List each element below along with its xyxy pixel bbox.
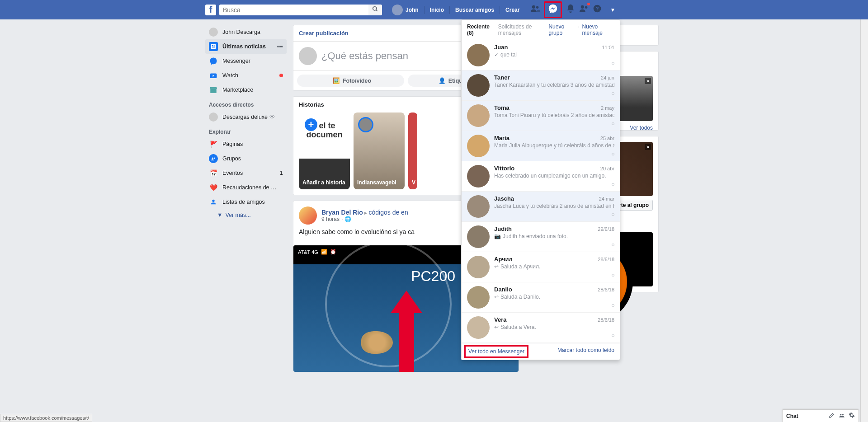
clock-icon: ⏰ — [330, 249, 336, 255]
conversation-name: Juan — [494, 44, 508, 51]
messenger-item[interactable]: Taner 24 jun Taner Karaarslan y tú celeb… — [462, 70, 620, 101]
post-avatar[interactable] — [299, 206, 317, 225]
messenger-item[interactable]: Vittorio 20 abr Has celebrado un cumplea… — [462, 161, 620, 192]
new-message-link[interactable]: Nuevo mensaje — [582, 23, 614, 36]
photo-icon: 🖼️ — [333, 77, 340, 84]
photo-icon: 📷 — [494, 233, 501, 239]
story-item-1[interactable]: Indiansavagebl — [354, 113, 405, 189]
story-author: V — [412, 179, 414, 186]
see-more-link[interactable]: ▼Ver más... — [205, 209, 287, 221]
browser-scrollbar[interactable]: ▲ — [860, 0, 868, 372]
sidebar-fundraisers[interactable]: ❤️ Recaudaciones de … — [205, 180, 287, 195]
find-friends-link[interactable]: Buscar amigos — [451, 7, 499, 13]
conversation-name: Taner — [494, 74, 509, 81]
messenger-item[interactable]: Judith 29/6/18 📷 Judith ha enviado una f… — [462, 222, 620, 252]
messenger-item[interactable]: Jascha 24 mar Jascha Luca y tú celebráis… — [462, 192, 620, 222]
create-link[interactable]: Crear — [501, 7, 524, 13]
facebook-logo[interactable]: f — [205, 5, 216, 15]
messenger-item[interactable]: Арчил 28/6/18 ↩ Saluda a Арчил. — [462, 252, 620, 282]
sidebar-messenger[interactable]: Messenger — [205, 54, 287, 68]
reply-icon: ↩ — [494, 294, 499, 300]
sidebar-groups[interactable]: Grupos — [205, 151, 287, 166]
messenger-dropdown: Reciente (8) Solicitudes de mensajes Nue… — [461, 19, 620, 360]
sidebar-newsfeed[interactable]: Últimas noticias ••• — [205, 39, 287, 54]
conversation-snippet: Jascha Luca y tú celebráis 2 años de ami… — [494, 203, 614, 209]
profile-link[interactable]: John — [387, 5, 423, 15]
signal-icon: 📶 — [321, 249, 327, 255]
newsfeed-options-icon[interactable]: ••• — [277, 43, 283, 50]
search-button[interactable] — [368, 5, 382, 15]
search-input[interactable] — [219, 5, 368, 15]
svg-text:?: ? — [596, 5, 599, 11]
help-icon[interactable]: ? — [593, 4, 602, 15]
conversation-snippet: ↩ Saluda a Арчил. — [494, 263, 614, 270]
groups-label: Grupos — [222, 155, 241, 162]
group-icon — [209, 113, 218, 122]
conversation-time: 28/6/18 — [598, 257, 614, 262]
composer-input[interactable]: ¿Qué estás pensan — [321, 50, 408, 62]
left-sidebar: John Descarga Últimas noticias ••• Messe… — [205, 19, 287, 372]
sidebar-events[interactable]: 📅 Eventos 1 — [205, 166, 287, 180]
shortcuts-header: Accesos directos — [205, 97, 287, 110]
conversation-avatar — [467, 104, 490, 127]
svg-point-0 — [373, 7, 377, 10]
sidebar-watch[interactable]: Watch — [205, 68, 287, 83]
see-all-messenger-link[interactable]: Ver todo en Messenger — [468, 348, 524, 355]
sidebar-profile[interactable]: John Descarga — [205, 25, 287, 39]
notifications-icon[interactable] — [566, 4, 576, 16]
messenger-item[interactable]: Vera 28/6/18 ↩ Saluda a Vera. — [462, 313, 620, 343]
home-link[interactable]: Inicio — [425, 7, 448, 13]
svg-rect-15 — [210, 89, 217, 93]
close-icon[interactable]: ✕ — [645, 144, 651, 150]
conversation-avatar — [467, 44, 490, 66]
conversation-time: 2 may — [601, 105, 614, 111]
account-dropdown-arrow[interactable]: ▼ — [610, 7, 615, 13]
events-icon: 📅 — [209, 169, 218, 178]
svg-line-1 — [376, 10, 377, 11]
sidebar-friend-lists[interactable]: Listas de amigos — [205, 195, 287, 209]
messenger-item[interactable]: Juan 11:01 ✓ que tal — [462, 40, 620, 70]
conversation-avatar — [467, 135, 490, 157]
pages-label: Páginas — [222, 141, 243, 147]
see-all-link[interactable]: Ver todos — [630, 125, 653, 131]
messenger-item[interactable]: Danilo 28/6/18 ↩ Saluda a Danilo. — [462, 282, 620, 313]
profile-name: John Descarga — [222, 29, 260, 35]
tag-icon: 👤 — [439, 77, 446, 84]
sidebar-marketplace[interactable]: Marketplace — [205, 83, 287, 97]
unread-indicator — [612, 153, 614, 155]
svg-point-17 — [214, 158, 215, 159]
conversation-time: 20 abr — [600, 166, 614, 171]
search-icon — [372, 6, 378, 12]
conversation-time: 24 mar — [599, 196, 614, 202]
conversation-avatar — [467, 195, 490, 218]
conversation-snippet: Toma Toni Piuaru y tú celebráis 2 años d… — [494, 112, 614, 118]
recent-tab[interactable]: Reciente (8) — [467, 23, 494, 36]
conversation-avatar — [467, 286, 490, 309]
conversation-snippet: ↩ Saluda a Vera. — [494, 324, 614, 330]
svg-rect-11 — [214, 46, 215, 47]
post-group[interactable]: códigos de en — [369, 209, 408, 216]
quick-help-icon[interactable] — [579, 4, 589, 16]
messenger-item[interactable]: Maria 25 abr Maria Julia Albuquerque y t… — [462, 131, 620, 161]
sidebar-shortcut-1[interactable]: Descargas deluxe 👁 — [205, 110, 287, 124]
friend-requests-icon[interactable] — [530, 4, 540, 16]
post-author[interactable]: Bryan Del Rio — [321, 209, 363, 216]
unread-indicator — [612, 334, 614, 337]
sidebar-pages[interactable]: 🚩 Páginas — [205, 137, 287, 151]
requests-tab[interactable]: Solicitudes de mensajes — [498, 23, 549, 36]
pages-icon: 🚩 — [209, 140, 218, 149]
photo-video-button[interactable]: 🖼️ Foto/vídeo — [297, 75, 404, 87]
messenger-icon[interactable] — [544, 1, 562, 18]
avatar — [392, 5, 403, 15]
mark-all-read-link[interactable]: Marcar todo como leído — [557, 347, 614, 356]
close-icon[interactable]: ✕ — [645, 78, 651, 84]
new-group-link[interactable]: Nuevo grupo — [548, 23, 575, 36]
unread-indicator — [612, 92, 614, 95]
story-item-2[interactable]: V — [408, 113, 417, 189]
messenger-item[interactable]: Toma 2 may Toma Toni Piuaru y tú celebrá… — [462, 101, 620, 131]
messenger-list: Juan 11:01 ✓ que tal Taner 24 jun Taner … — [462, 40, 620, 343]
conversation-name: Vittorio — [494, 165, 514, 172]
search-box — [219, 5, 382, 15]
add-story[interactable]: r el te documen + Añadir a historia — [299, 113, 350, 189]
conversation-name: Jascha — [494, 195, 514, 202]
